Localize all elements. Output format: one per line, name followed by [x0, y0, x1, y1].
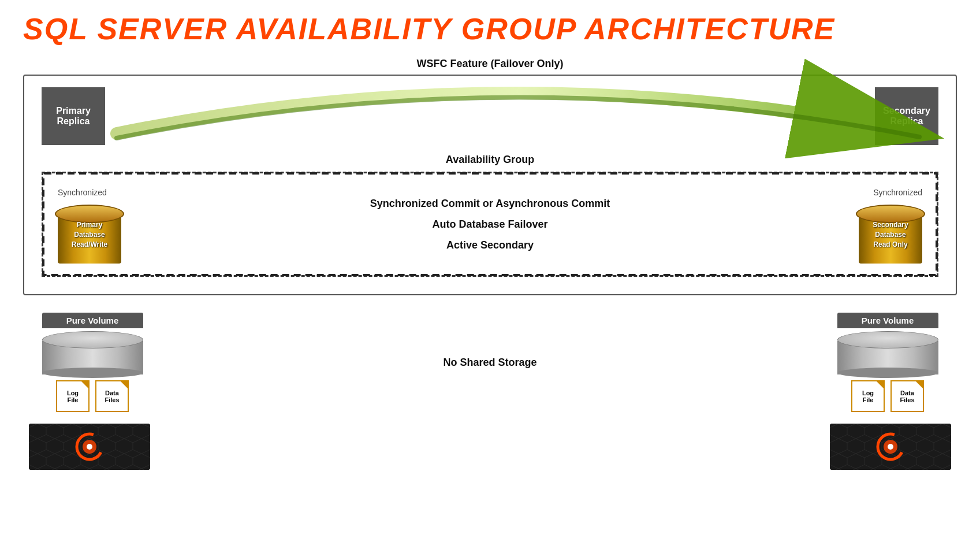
outer-box: Primary Replica — [23, 75, 957, 295]
no-shared-storage-label: No Shared Storage — [156, 357, 824, 369]
left-pure-volume-label: Pure Volume — [42, 313, 143, 328]
right-files-row: Log File Data Files — [851, 380, 924, 412]
left-log-file-label: Log File — [67, 390, 79, 403]
secondary-replica-box: Secondary Replica — [875, 87, 938, 145]
doc-corner-icon — [81, 380, 90, 388]
right-pure-volume: Pure Volume Log File Data Files — [824, 313, 951, 412]
middle-line3: Active Secondary — [124, 235, 856, 255]
wsfc-label: WSFC Feature (Failover Only) — [23, 58, 957, 70]
replica-row: Primary Replica — [42, 87, 938, 145]
left-log-file: Log File — [56, 380, 90, 412]
right-storage-cylinder — [837, 328, 938, 374]
arc-arrow-svg — [42, 87, 938, 180]
sync-label-right: Synchronized — [873, 188, 925, 197]
logo-spacer — [150, 424, 830, 470]
sync-label-left: Synchronized — [55, 188, 107, 197]
doc-corner-icon4 — [916, 380, 924, 388]
bottom-section: Pure Volume Log File Data Files No Sha — [23, 313, 957, 412]
svg-point-7 — [87, 444, 92, 450]
left-pure-volume: Pure Volume Log File Data Files — [29, 313, 156, 412]
right-logo-svg — [830, 424, 951, 470]
availability-group-box: Synchronized Primary Database Read/Write — [42, 172, 938, 277]
left-data-files-label: Data Files — [105, 390, 119, 403]
page-title: SQL SERVER AVAILABILITY GROUP ARCHITECTU… — [23, 12, 957, 46]
doc-corner-icon2 — [121, 380, 129, 388]
right-log-file-label: Log File — [862, 390, 874, 403]
left-files-row: Log File Data Files — [56, 380, 129, 412]
primary-replica-label: Primary Replica — [56, 106, 91, 127]
middle-line2: Auto Database Failover — [124, 214, 856, 235]
middle-description: Synchronized Commit or Asynchronous Comm… — [124, 193, 856, 255]
left-logo-thumb — [29, 424, 150, 470]
right-data-files-label: Data Files — [900, 390, 914, 403]
logo-thumbs-row — [23, 424, 957, 470]
primary-replica-box: Primary Replica — [42, 87, 105, 145]
left-storage-cylinder — [42, 328, 143, 374]
inner-content: Synchronized Primary Database Read/Write — [43, 173, 937, 275]
primary-db-label: Primary Database Read/Write — [72, 221, 107, 249]
left-logo-svg — [29, 424, 150, 470]
secondary-db-cylinder: Secondary Database Read Only — [856, 200, 925, 264]
page-container: SQL SERVER AVAILABILITY GROUP ARCHITECTU… — [0, 0, 980, 560]
right-data-files: Data Files — [890, 380, 924, 412]
right-logo-thumb — [830, 424, 951, 470]
left-data-files: Data Files — [95, 380, 129, 412]
right-db-area: Synchronized Secondary Database Read Onl… — [856, 185, 925, 264]
primary-db-cylinder: Primary Database Read/Write — [55, 200, 124, 264]
middle-line1: Synchronized Commit or Asynchronous Comm… — [124, 193, 856, 214]
svg-point-13 — [888, 444, 893, 450]
left-db-area: Synchronized Primary Database Read/Write — [55, 185, 124, 264]
secondary-db-label: Secondary Database Read Only — [873, 221, 908, 249]
right-log-file: Log File — [851, 380, 885, 412]
right-pure-volume-label: Pure Volume — [837, 313, 938, 328]
doc-corner-icon3 — [877, 380, 885, 388]
secondary-replica-label: Secondary Replica — [883, 106, 930, 127]
availability-group-label: Availability Group — [42, 154, 938, 166]
